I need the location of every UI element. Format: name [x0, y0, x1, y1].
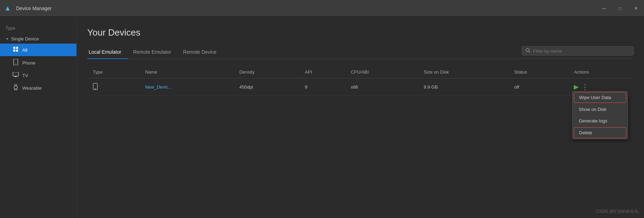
close-button[interactable]: ✕ [628, 0, 644, 17]
filter-area [522, 46, 634, 55]
sidebar-item-phone[interactable]: Phone [0, 56, 76, 69]
title-bar: ▲ Device Manager — □ ✕ [0, 0, 644, 17]
all-label: All [22, 47, 27, 53]
col-density: Density [234, 66, 299, 78]
tab-remote-device[interactable]: Remote Device [182, 46, 223, 59]
svg-point-15 [95, 88, 96, 89]
phone-icon [13, 59, 19, 67]
col-size-on-disk: Size on Disk [418, 66, 509, 78]
svg-rect-3 [16, 50, 18, 52]
tabs-bar: Local Emulator Remote Emulator Remote De… [87, 46, 634, 59]
sidebar-section-single-device[interactable]: ▼ Single Device [0, 34, 76, 44]
actions-cell: ▶ ⋮ Wipe User Data Show on Disk Generate… [574, 83, 628, 91]
content-area: Your Devices Local Emulator Remote Emula… [77, 17, 644, 218]
svg-rect-2 [13, 50, 15, 52]
device-name-link[interactable]: New_Devic... [145, 84, 172, 90]
row-size-on-disk: 9.9 GB [418, 78, 509, 96]
maximize-button[interactable]: □ [612, 0, 628, 17]
col-name: Name [140, 66, 234, 78]
col-actions: Actions [568, 66, 634, 78]
col-status: Status [509, 66, 568, 78]
watermark: CSDN @忙绿的布谷鸟 [596, 209, 638, 215]
svg-rect-6 [13, 72, 18, 76]
context-menu: Wipe User Data Show on Disk Generate log… [572, 91, 628, 139]
table-body: New_Devic... 450dpi 9 x86 9.9 GB off ▶ ⋮ [87, 78, 634, 96]
row-status: off [509, 78, 568, 96]
svg-point-5 [15, 64, 16, 65]
single-device-label: Single Device [11, 36, 39, 42]
svg-rect-0 [13, 47, 15, 49]
more-actions-button[interactable]: ⋮ [582, 83, 589, 91]
window-controls: — □ ✕ [596, 0, 644, 17]
row-density: 450dpi [234, 78, 299, 96]
phone-label: Phone [22, 60, 36, 66]
row-name: New_Devic... [140, 78, 234, 96]
filter-input[interactable] [533, 48, 630, 54]
row-api: 9 [299, 78, 345, 96]
play-button[interactable]: ▶ [574, 83, 579, 91]
collapse-arrow-icon: ▼ [6, 37, 9, 41]
svg-rect-10 [15, 84, 17, 85]
svg-line-13 [529, 51, 530, 53]
page-title: Your Devices [87, 27, 634, 38]
row-type-icon [87, 78, 140, 96]
svg-point-12 [526, 48, 529, 52]
tv-icon [13, 72, 19, 78]
wearable-label: Wearable [22, 85, 42, 91]
table-row: New_Devic... 450dpi 9 x86 9.9 GB off ▶ ⋮ [87, 78, 634, 96]
wearable-icon [13, 84, 19, 92]
row-actions: ▶ ⋮ Wipe User Data Show on Disk Generate… [568, 78, 634, 96]
col-type: Type [87, 66, 140, 78]
sidebar: Type ▼ Single Device All [0, 17, 77, 218]
minimize-button[interactable]: — [596, 0, 612, 17]
app-logo: ▲ [4, 4, 13, 13]
main-layout: Type ▼ Single Device All [0, 17, 644, 218]
app-title: Device Manager [16, 6, 52, 11]
tab-remote-emulator[interactable]: Remote Emulator [132, 46, 178, 59]
all-icon [13, 46, 19, 53]
sidebar-type-label: Type [0, 24, 76, 34]
table-header: Type Name Density API CPU/ABI Size on Di… [87, 66, 634, 78]
col-cpu-abi: CPU/ABI [345, 66, 418, 78]
tv-label: TV [22, 73, 28, 78]
context-menu-delete[interactable]: Delete [574, 127, 626, 138]
svg-rect-1 [16, 47, 18, 49]
row-cpu-abi: x86 [345, 78, 418, 96]
context-menu-show-on-disk[interactable]: Show on Disk [572, 104, 628, 115]
filter-input-wrap [522, 46, 634, 55]
search-icon [526, 48, 530, 54]
context-menu-generate-logs[interactable]: Generate logs [572, 115, 628, 127]
sidebar-item-tv[interactable]: TV [0, 69, 76, 81]
col-api: API [299, 66, 345, 78]
context-menu-wipe-user-data[interactable]: Wipe User Data [574, 92, 626, 103]
tab-local-emulator[interactable]: Local Emulator [87, 46, 128, 59]
sidebar-item-wearable[interactable]: Wearable [0, 81, 76, 95]
device-table: Type Name Density API CPU/ABI Size on Di… [87, 66, 634, 96]
sidebar-item-all[interactable]: All [0, 44, 76, 56]
